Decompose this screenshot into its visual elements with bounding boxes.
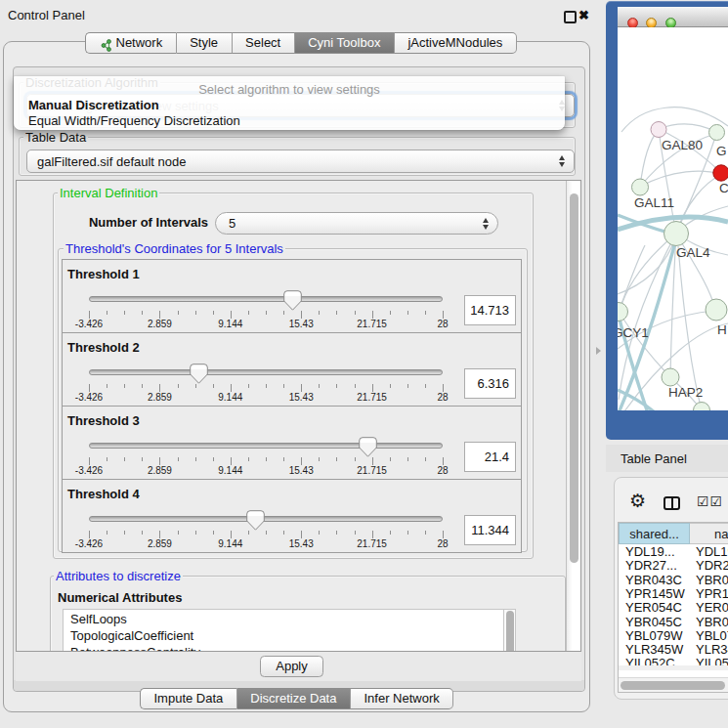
slider-tick-label: -3.426 <box>60 392 118 403</box>
threshold-value-field[interactable]: 11.344 <box>464 515 516 545</box>
tab-impute-data[interactable]: Impute Data <box>140 688 237 709</box>
attributes-list[interactable]: SelfLoopsTopologicalCoefficientBetweenne… <box>63 609 516 651</box>
close-icon[interactable]: ✖ <box>578 8 589 22</box>
column-header-name[interactable]: name <box>690 523 728 544</box>
slider-track[interactable] <box>89 443 443 449</box>
slider-tick <box>336 311 337 315</box>
cell-name: YDL19 <box>696 544 728 559</box>
table-row[interactable]: YDR27...YDR27 <box>619 558 728 572</box>
apply-button[interactable]: Apply <box>260 656 323 677</box>
slider-tick-label: 21.715 <box>343 319 402 329</box>
attribute-list-item[interactable]: TopologicalCoefficient <box>70 627 193 644</box>
cell-name: YBR04 <box>696 615 728 629</box>
network-node-hap2[interactable] <box>662 368 679 386</box>
network-edge[interactable] <box>640 131 658 187</box>
tab-infer-network[interactable]: Infer Network <box>351 688 453 709</box>
network-node-h[interactable] <box>706 299 727 321</box>
table-row[interactable]: YBR043CYBR04 <box>619 573 728 586</box>
network-node-label: H <box>717 322 727 337</box>
slider-track[interactable] <box>89 296 443 302</box>
network-node-gal11[interactable] <box>632 179 649 195</box>
slider-thumb[interactable] <box>359 437 377 461</box>
table-row[interactable]: YBR045CYBR04 <box>619 615 728 628</box>
slider-tick <box>266 311 267 315</box>
cell-shared-name: YPR145W <box>625 586 685 601</box>
slider-tick <box>107 384 107 388</box>
network-node-g[interactable] <box>709 125 725 141</box>
slider-tick <box>266 384 267 388</box>
slider-tick <box>195 531 196 535</box>
thresholds-group-title: Threshold's Coordinates for 5 Intervals <box>64 241 285 256</box>
slider-tick <box>266 457 267 461</box>
cell-name: YBL07 <box>696 628 728 643</box>
slider-thumb[interactable] <box>190 364 208 388</box>
table-row[interactable]: YDL19...YDL19 <box>619 544 728 558</box>
slider-tick-label: 15.43 <box>272 538 330 549</box>
network-node-gal4[interactable] <box>664 222 689 246</box>
table-row[interactable]: YER054CYER05 <box>619 600 728 614</box>
threshold-label: Threshold 3 <box>67 413 140 428</box>
number-of-intervals-combobox[interactable]: 5 <box>215 212 498 235</box>
tab-label: Style <box>190 32 218 54</box>
threshold-value-field[interactable]: 21.4 <box>464 442 516 472</box>
attributes-list-scrollbar[interactable] <box>503 609 516 651</box>
tab-label: Network <box>116 32 163 54</box>
threshold-value-field[interactable]: 14.713 <box>464 295 516 325</box>
slider-tick-label: -3.426 <box>60 538 118 549</box>
slider-tick <box>124 457 125 461</box>
popup-menu-item[interactable]: Manual Discretization <box>14 98 565 113</box>
tab-select[interactable]: Select <box>233 32 295 54</box>
slider-track[interactable] <box>89 516 443 522</box>
columns-icon[interactable] <box>664 496 680 510</box>
network-canvas[interactable]: GAL80GCGAL11GAL4GCY1HHAP2 <box>618 27 728 410</box>
float-window-icon[interactable] <box>564 11 577 23</box>
table-data-combobox-value: galFiltered.sif default node <box>37 150 186 172</box>
slider-thumb[interactable] <box>246 510 265 535</box>
tab-label: Infer Network <box>364 688 439 709</box>
horizontal-scrollbar[interactable] <box>619 677 728 692</box>
slider-tick <box>355 384 356 388</box>
settings-viewport: Interval Definition Number of Intervals … <box>17 181 566 651</box>
slider-tick-label: 21.715 <box>343 392 402 403</box>
tab-network[interactable]: Network <box>85 32 177 54</box>
network-node-c[interactable] <box>713 165 728 181</box>
popup-menu-item[interactable]: Equal Width/Frequency Discretization <box>14 113 565 129</box>
horizontal-scrollbar-thumb[interactable] <box>621 681 725 690</box>
column-header-shared-name[interactable]: shared... <box>619 523 690 544</box>
network-node-gcy1[interactable] <box>618 303 628 321</box>
vertical-scrollbar[interactable] <box>566 181 580 651</box>
slider-tick-label: -3.426 <box>60 465 118 476</box>
slider-tick <box>283 384 284 388</box>
tab-jactivemnodules[interactable]: jActiveMNodules <box>395 32 517 54</box>
table-row[interactable]: YLR345WYLR34 <box>619 642 728 656</box>
table-row[interactable]: YPR145WYPR14 <box>619 586 728 600</box>
network-edge[interactable] <box>619 245 645 312</box>
cyni-bottom-tabs: Impute DataDiscretize DataInfer Network <box>140 688 453 709</box>
slider-tick-label: 28 <box>413 538 472 549</box>
select-columns-icon[interactable]: ☑☑ <box>697 493 723 509</box>
slider-tick-label: 2.859 <box>130 392 189 403</box>
panel-divider-arrow[interactable] <box>596 347 601 355</box>
slider-tick-label: 15.43 <box>272 392 330 403</box>
threshold-panel-4: Threshold 4-3.4262.8599.14415.4321.71528… <box>62 479 522 553</box>
tab-label: Impute Data <box>154 688 224 709</box>
network-node-gal80[interactable] <box>651 122 666 138</box>
slider-track[interactable] <box>89 369 443 375</box>
table-panel-title: Table Panel <box>621 451 687 466</box>
slider-tick <box>89 457 90 465</box>
threshold-value-field[interactable]: 6.316 <box>464 368 516 399</box>
vertical-scrollbar-thumb[interactable] <box>570 193 578 563</box>
slider-thumb[interactable] <box>283 290 302 315</box>
network-node-label: GCY1 <box>618 325 649 340</box>
table-row[interactable]: YIL052CYIL05 <box>619 656 728 665</box>
tab-style[interactable]: Style <box>177 32 233 54</box>
attribute-list-item[interactable]: BetweennessCentrality <box>70 644 200 651</box>
table-row[interactable]: YBL079WYBL07 <box>619 628 728 642</box>
slider-tick <box>248 311 249 315</box>
tab-discretize-data[interactable]: Discretize Data <box>237 688 351 709</box>
gear-icon[interactable]: ⚙ <box>629 490 646 512</box>
tab-cyni-toolbox[interactable]: Cyni Toolbox <box>295 32 395 54</box>
network-edge[interactable] <box>659 124 716 132</box>
table-data-combobox[interactable]: galFiltered.sif default node <box>26 150 575 173</box>
attribute-list-item[interactable]: SelfLoops <box>70 611 127 627</box>
